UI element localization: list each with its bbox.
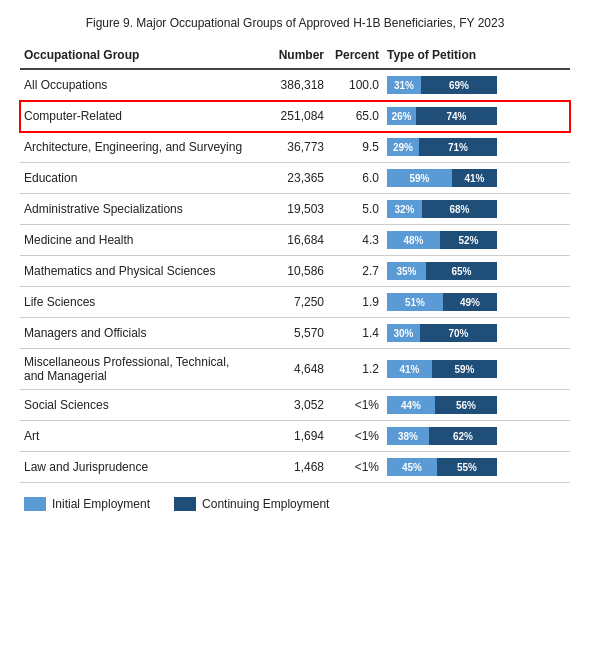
cell-percent: 100.0 bbox=[328, 69, 383, 101]
cell-percent: 1.4 bbox=[328, 318, 383, 349]
cell-group: Art bbox=[20, 421, 251, 452]
bar-initial: 29% bbox=[387, 138, 419, 156]
table-row: Miscellaneous Professional, Technical, a… bbox=[20, 349, 570, 390]
bar-container: 59%41% bbox=[387, 169, 497, 187]
cell-group: Managers and Officials bbox=[20, 318, 251, 349]
bar-initial: 31% bbox=[387, 76, 421, 94]
cell-percent: 9.5 bbox=[328, 132, 383, 163]
table-row: Education23,3656.059%41% bbox=[20, 163, 570, 194]
cell-number: 10,586 bbox=[251, 256, 328, 287]
cell-percent: 6.0 bbox=[328, 163, 383, 194]
cell-number: 23,365 bbox=[251, 163, 328, 194]
legend-continuing-label: Continuing Employment bbox=[202, 497, 329, 511]
bar-container: 31%69% bbox=[387, 76, 497, 94]
cell-number: 16,684 bbox=[251, 225, 328, 256]
cell-bar: 48%52% bbox=[383, 225, 570, 256]
table-row: All Occupations386,318100.031%69% bbox=[20, 69, 570, 101]
bar-initial: 51% bbox=[387, 293, 443, 311]
table-row: Computer-Related251,08465.026%74% bbox=[20, 101, 570, 132]
cell-percent: 1.9 bbox=[328, 287, 383, 318]
bar-continuing: 56% bbox=[435, 396, 497, 414]
legend-continuing: Continuing Employment bbox=[174, 497, 329, 511]
cell-bar: 30%70% bbox=[383, 318, 570, 349]
cell-group: Social Sciences bbox=[20, 390, 251, 421]
table-row: Medicine and Health16,6844.348%52% bbox=[20, 225, 570, 256]
cell-group: Education bbox=[20, 163, 251, 194]
cell-bar: 44%56% bbox=[383, 390, 570, 421]
cell-number: 3,052 bbox=[251, 390, 328, 421]
bar-initial: 30% bbox=[387, 324, 420, 342]
table-row: Administrative Specializations19,5035.03… bbox=[20, 194, 570, 225]
table-row: Architecture, Engineering, and Surveying… bbox=[20, 132, 570, 163]
bar-continuing: 49% bbox=[443, 293, 497, 311]
bar-continuing: 59% bbox=[432, 360, 497, 378]
bar-continuing: 65% bbox=[426, 262, 497, 280]
cell-group: Administrative Specializations bbox=[20, 194, 251, 225]
bar-container: 30%70% bbox=[387, 324, 497, 342]
table-row: Life Sciences7,2501.951%49% bbox=[20, 287, 570, 318]
cell-bar: 35%65% bbox=[383, 256, 570, 287]
bar-continuing: 41% bbox=[452, 169, 497, 187]
table-row: Managers and Officials5,5701.430%70% bbox=[20, 318, 570, 349]
bar-container: 41%59% bbox=[387, 360, 497, 378]
bar-container: 29%71% bbox=[387, 138, 497, 156]
cell-number: 19,503 bbox=[251, 194, 328, 225]
legend-continuing-box bbox=[174, 497, 196, 511]
bar-continuing: 69% bbox=[421, 76, 497, 94]
header-group: Occupational Group bbox=[20, 44, 251, 69]
bar-container: 35%65% bbox=[387, 262, 497, 280]
bar-initial: 26% bbox=[387, 107, 416, 125]
cell-number: 5,570 bbox=[251, 318, 328, 349]
cell-bar: 32%68% bbox=[383, 194, 570, 225]
cell-group: Architecture, Engineering, and Surveying bbox=[20, 132, 251, 163]
cell-group: Law and Jurisprudence bbox=[20, 452, 251, 483]
cell-group: Life Sciences bbox=[20, 287, 251, 318]
cell-bar: 59%41% bbox=[383, 163, 570, 194]
legend: Initial Employment Continuing Employment bbox=[20, 497, 570, 511]
header-petition: Type of Petition bbox=[383, 44, 570, 69]
bar-continuing: 62% bbox=[429, 427, 497, 445]
cell-group: Medicine and Health bbox=[20, 225, 251, 256]
cell-group: Mathematics and Physical Sciences bbox=[20, 256, 251, 287]
bar-initial: 35% bbox=[387, 262, 426, 280]
bar-initial: 41% bbox=[387, 360, 432, 378]
cell-bar: 51%49% bbox=[383, 287, 570, 318]
bar-container: 48%52% bbox=[387, 231, 497, 249]
cell-bar: 45%55% bbox=[383, 452, 570, 483]
cell-bar: 38%62% bbox=[383, 421, 570, 452]
cell-percent: 65.0 bbox=[328, 101, 383, 132]
cell-number: 1,694 bbox=[251, 421, 328, 452]
header-percent: Percent bbox=[328, 44, 383, 69]
cell-number: 7,250 bbox=[251, 287, 328, 318]
table-header-row: Occupational Group Number Percent Type o… bbox=[20, 44, 570, 69]
cell-percent: <1% bbox=[328, 390, 383, 421]
legend-initial: Initial Employment bbox=[24, 497, 150, 511]
cell-group: Computer-Related bbox=[20, 101, 251, 132]
bar-initial: 59% bbox=[387, 169, 452, 187]
bar-initial: 45% bbox=[387, 458, 437, 476]
bar-continuing: 55% bbox=[437, 458, 497, 476]
bar-initial: 32% bbox=[387, 200, 422, 218]
bar-continuing: 68% bbox=[422, 200, 497, 218]
bar-container: 44%56% bbox=[387, 396, 497, 414]
bar-continuing: 74% bbox=[416, 107, 497, 125]
cell-percent: 5.0 bbox=[328, 194, 383, 225]
cell-number: 386,318 bbox=[251, 69, 328, 101]
cell-bar: 26%74% bbox=[383, 101, 570, 132]
table-row: Mathematics and Physical Sciences10,5862… bbox=[20, 256, 570, 287]
cell-group: All Occupations bbox=[20, 69, 251, 101]
bar-initial: 44% bbox=[387, 396, 435, 414]
data-table: Occupational Group Number Percent Type o… bbox=[20, 44, 570, 483]
cell-bar: 41%59% bbox=[383, 349, 570, 390]
bar-container: 51%49% bbox=[387, 293, 497, 311]
table-row: Social Sciences3,052<1%44%56% bbox=[20, 390, 570, 421]
bar-continuing: 70% bbox=[420, 324, 497, 342]
cell-number: 1,468 bbox=[251, 452, 328, 483]
bar-initial: 48% bbox=[387, 231, 440, 249]
cell-number: 4,648 bbox=[251, 349, 328, 390]
bar-initial: 38% bbox=[387, 427, 429, 445]
bar-continuing: 71% bbox=[419, 138, 497, 156]
cell-percent: 4.3 bbox=[328, 225, 383, 256]
cell-bar: 31%69% bbox=[383, 69, 570, 101]
cell-percent: <1% bbox=[328, 421, 383, 452]
